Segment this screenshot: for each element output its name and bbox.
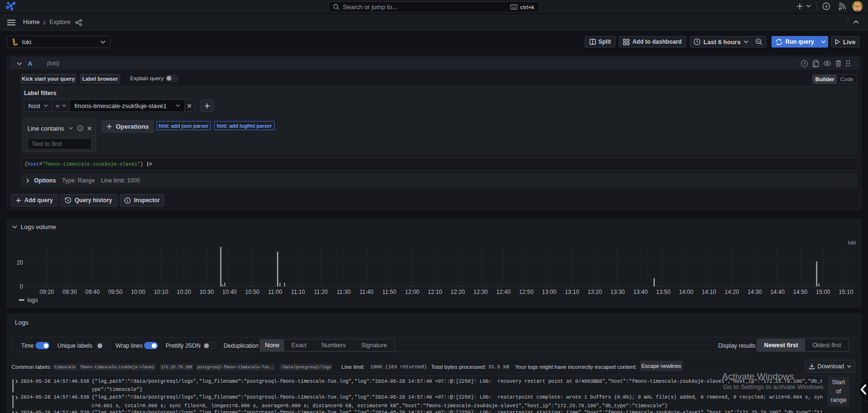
svg-text:13:30: 13:30 <box>610 289 625 295</box>
svg-text:0: 0 <box>20 283 23 290</box>
svg-text:12:00: 12:00 <box>405 289 419 295</box>
svg-text:10:00: 10:00 <box>131 289 145 295</box>
svg-text:13:00: 13:00 <box>542 289 556 295</box>
svg-text:?: ? <box>825 4 828 9</box>
svg-text:logs: logs <box>27 297 38 304</box>
svg-text:11:10: 11:10 <box>291 289 305 295</box>
svg-text:10:30: 10:30 <box>199 289 214 295</box>
svg-text:13:20: 13:20 <box>588 289 602 295</box>
svg-text:12:50: 12:50 <box>519 289 533 295</box>
svg-text:09:30: 09:30 <box>62 289 77 295</box>
svg-text:14:40: 14:40 <box>770 289 784 295</box>
svg-text:14:10: 14:10 <box>702 289 716 295</box>
svg-text:09:50: 09:50 <box>108 289 122 295</box>
svg-text:13:40: 13:40 <box>633 289 648 295</box>
svg-text:12:30: 12:30 <box>473 289 488 295</box>
svg-text:13:50: 13:50 <box>656 289 671 295</box>
svg-text:10:20: 10:20 <box>177 289 191 295</box>
svg-text:10:40: 10:40 <box>222 289 237 295</box>
svg-text:10:10: 10:10 <box>154 289 168 295</box>
svg-text:11:50: 11:50 <box>382 289 396 295</box>
svg-text:11:30: 11:30 <box>337 289 350 295</box>
svg-text:14:50: 14:50 <box>793 289 808 295</box>
svg-text:09:20: 09:20 <box>39 289 54 295</box>
svg-text:20: 20 <box>17 259 24 266</box>
svg-text:15:10: 15:10 <box>839 289 853 295</box>
svg-text:15:00: 15:00 <box>816 289 830 295</box>
svg-text:14:20: 14:20 <box>724 289 739 295</box>
svg-text:11:40: 11:40 <box>360 289 374 295</box>
svg-text:09:40: 09:40 <box>85 289 100 295</box>
svg-text:14:30: 14:30 <box>747 289 762 295</box>
svg-text:?: ? <box>803 61 806 66</box>
svg-text:11:20: 11:20 <box>314 289 328 295</box>
svg-text:13:10: 13:10 <box>565 289 579 295</box>
svg-text:12:40: 12:40 <box>496 289 511 295</box>
svg-text:10:50: 10:50 <box>245 289 259 295</box>
svg-text:loki: loki <box>848 240 856 245</box>
svg-text:14:00: 14:00 <box>679 289 693 295</box>
svg-text:11:00: 11:00 <box>268 289 282 295</box>
svg-text:12:20: 12:20 <box>451 289 465 295</box>
svg-text:12:10: 12:10 <box>428 289 442 295</box>
